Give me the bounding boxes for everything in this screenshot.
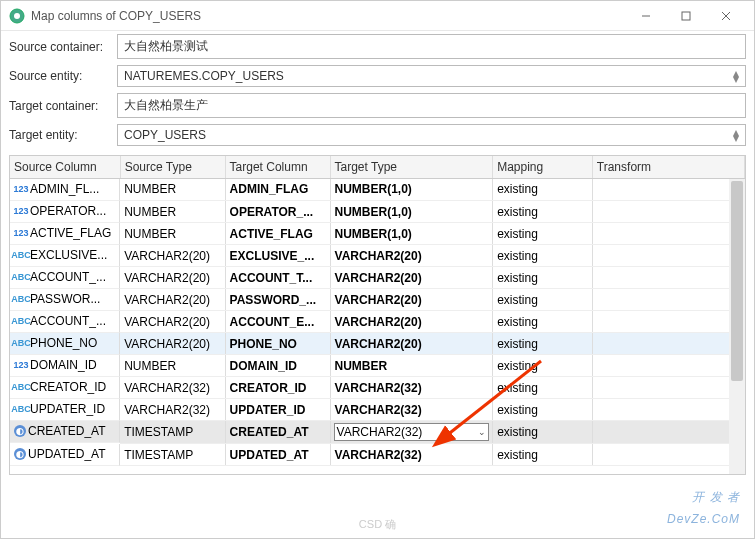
th-source-column[interactable]: Source Column [10,156,120,178]
target-entity-field[interactable]: COPY_USERS ▴▾ [117,124,746,146]
transform-cell[interactable] [592,355,744,377]
transform-cell[interactable] [592,421,744,444]
target-container-field[interactable]: 大自然柏景生产 [117,93,746,118]
target-type-cell[interactable]: VARCHAR2(32) [330,399,493,421]
target-column-cell[interactable]: PASSWORD_... [225,289,330,311]
chevron-down-icon[interactable]: ⌄ [478,427,486,437]
mapping-cell[interactable]: existing [493,421,593,444]
source-column-cell[interactable]: 123ADMIN_FL... [10,179,120,201]
source-type-cell[interactable]: VARCHAR2(20) [120,333,225,355]
source-type-cell[interactable]: VARCHAR2(20) [120,311,225,333]
source-column-cell[interactable]: ABCPHONE_NO [10,333,120,355]
transform-cell[interactable] [592,201,744,223]
table-row[interactable]: 123ACTIVE_FLAG NUMBER ACTIVE_FLAG NUMBER… [10,223,745,245]
target-type-combo[interactable]: VARCHAR2(32)⌄ [334,423,490,441]
source-type-cell[interactable]: NUMBER [120,223,225,245]
target-type-cell[interactable]: VARCHAR2(32)⌄ [330,421,493,444]
source-column-cell[interactable]: ABCACCOUNT_... [10,267,120,289]
mapping-cell[interactable]: existing [493,355,593,377]
source-type-cell[interactable]: NUMBER [120,178,225,201]
source-column-cell[interactable]: 123ACTIVE_FLAG [10,223,120,245]
table-row[interactable]: ABCACCOUNT_... VARCHAR2(20) ACCOUNT_T...… [10,267,745,289]
source-type-cell[interactable]: NUMBER [120,355,225,377]
target-type-cell[interactable]: VARCHAR2(32) [330,377,493,399]
table-row[interactable]: ABCPASSWOR... VARCHAR2(20) PASSWORD_... … [10,289,745,311]
mapping-cell[interactable]: existing [493,178,593,201]
th-target-type[interactable]: Target Type [330,156,493,178]
target-type-cell[interactable]: VARCHAR2(20) [330,245,493,267]
source-type-cell[interactable]: VARCHAR2(32) [120,399,225,421]
source-column-cell[interactable]: ◐CREATED_AT [10,421,120,443]
target-type-cell[interactable]: VARCHAR2(20) [330,289,493,311]
source-column-cell[interactable]: ABCUPDATER_ID [10,399,120,421]
source-type-cell[interactable]: TIMESTAMP [120,421,225,444]
table-row[interactable]: 123OPERATOR... NUMBER OPERATOR_... NUMBE… [10,201,745,223]
th-mapping[interactable]: Mapping [493,156,593,178]
target-column-cell[interactable]: ACCOUNT_T... [225,267,330,289]
source-column-cell[interactable]: ABCEXCLUSIVE... [10,245,120,267]
th-source-type[interactable]: Source Type [120,156,225,178]
target-type-cell[interactable]: VARCHAR2(20) [330,333,493,355]
target-type-cell[interactable]: NUMBER(1,0) [330,178,493,201]
source-column-cell[interactable]: ◐UPDATED_AT [10,444,120,466]
source-type-cell[interactable]: NUMBER [120,201,225,223]
mapping-cell[interactable]: existing [493,267,593,289]
target-column-cell[interactable]: PHONE_NO [225,333,330,355]
source-type-cell[interactable]: VARCHAR2(20) [120,289,225,311]
mapping-cell[interactable]: existing [493,333,593,355]
table-row[interactable]: 123DOMAIN_ID NUMBER DOMAIN_ID NUMBER exi… [10,355,745,377]
close-button[interactable] [706,1,746,31]
transform-cell[interactable] [592,245,744,267]
target-type-cell[interactable]: VARCHAR2(32) [330,444,493,466]
mapping-cell[interactable]: existing [493,201,593,223]
target-column-cell[interactable]: DOMAIN_ID [225,355,330,377]
mapping-cell[interactable]: existing [493,311,593,333]
minimize-button[interactable] [626,1,666,31]
table-row[interactable]: ◐UPDATED_AT TIMESTAMP UPDATED_AT VARCHAR… [10,444,745,466]
target-column-cell[interactable]: CREATED_AT [225,421,330,444]
transform-cell[interactable] [592,178,744,201]
table-row[interactable]: 123ADMIN_FL... NUMBER ADMIN_FLAG NUMBER(… [10,178,745,201]
target-column-cell[interactable]: CREATOR_ID [225,377,330,399]
transform-cell[interactable] [592,377,744,399]
target-type-cell[interactable]: VARCHAR2(20) [330,267,493,289]
transform-cell[interactable] [592,333,744,355]
transform-cell[interactable] [592,311,744,333]
mapping-cell[interactable]: existing [493,444,593,466]
target-column-cell[interactable]: EXCLUSIVE_... [225,245,330,267]
table-row[interactable]: ABCACCOUNT_... VARCHAR2(20) ACCOUNT_E...… [10,311,745,333]
target-column-cell[interactable]: ADMIN_FLAG [225,178,330,201]
table-row[interactable]: ◐CREATED_AT TIMESTAMP CREATED_AT VARCHAR… [10,421,745,444]
source-container-field[interactable]: 大自然柏景测试 [117,34,746,59]
mapping-cell[interactable]: existing [493,377,593,399]
target-type-cell[interactable]: NUMBER(1,0) [330,201,493,223]
mapping-cell[interactable]: existing [493,289,593,311]
th-target-column[interactable]: Target Column [225,156,330,178]
transform-cell[interactable] [592,223,744,245]
target-column-cell[interactable]: ACCOUNT_E... [225,311,330,333]
table-row[interactable]: ABCCREATOR_ID VARCHAR2(32) CREATOR_ID VA… [10,377,745,399]
source-entity-field[interactable]: NATUREMES.COPY_USERS ▴▾ [117,65,746,87]
th-transform[interactable]: Transform [592,156,744,178]
target-type-cell[interactable]: NUMBER(1,0) [330,223,493,245]
mapping-cell[interactable]: existing [493,223,593,245]
source-type-cell[interactable]: VARCHAR2(32) [120,377,225,399]
maximize-button[interactable] [666,1,706,31]
source-type-cell[interactable]: VARCHAR2(20) [120,267,225,289]
source-column-cell[interactable]: 123DOMAIN_ID [10,355,120,377]
vertical-scrollbar[interactable] [729,179,745,474]
mapping-cell[interactable]: existing [493,245,593,267]
target-type-cell[interactable]: NUMBER [330,355,493,377]
transform-cell[interactable] [592,289,744,311]
transform-cell[interactable] [592,444,744,466]
source-type-cell[interactable]: TIMESTAMP [120,444,225,466]
transform-cell[interactable] [592,267,744,289]
dropdown-icon[interactable]: ▴▾ [733,70,739,82]
target-column-cell[interactable]: OPERATOR_... [225,201,330,223]
source-type-cell[interactable]: VARCHAR2(20) [120,245,225,267]
dropdown-icon[interactable]: ▴▾ [733,129,739,141]
table-row[interactable]: ABCUPDATER_ID VARCHAR2(32) UPDATER_ID VA… [10,399,745,421]
table-row[interactable]: ABCPHONE_NO VARCHAR2(20) PHONE_NO VARCHA… [10,333,745,355]
source-column-cell[interactable]: 123OPERATOR... [10,201,120,223]
target-column-cell[interactable]: UPDATER_ID [225,399,330,421]
